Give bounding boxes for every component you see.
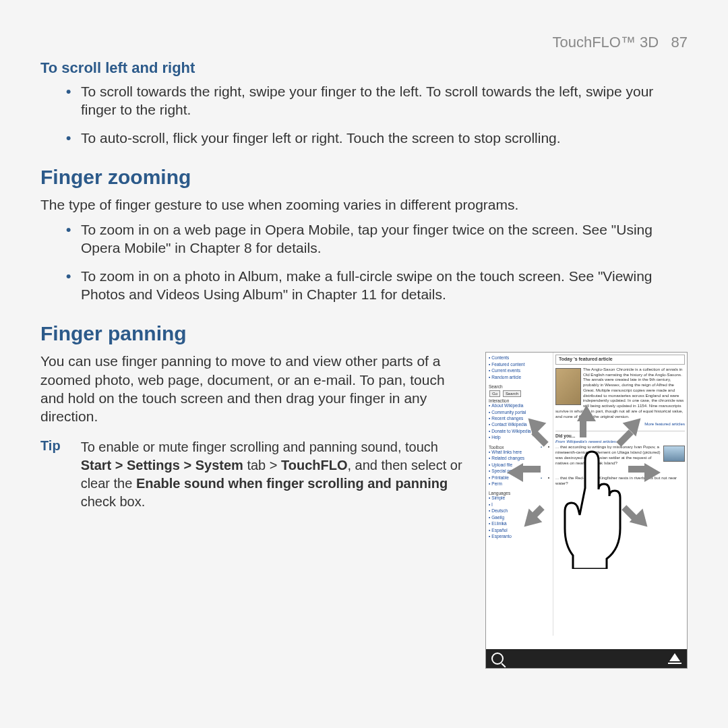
tip-checkbox-label: Enable sound when finger scrolling and p… — [136, 476, 448, 491]
languages-label: Languages — [489, 491, 550, 495]
nav-item: Gaeilg — [489, 515, 550, 520]
nav-item: What links here — [489, 450, 550, 455]
dyk-label: Did you... — [555, 433, 575, 438]
tip-post: check box. — [81, 494, 146, 509]
nav-item: Perm — [489, 481, 550, 487]
newest-item: ... that the Red-backed Kingfisher nests… — [555, 475, 685, 486]
nav-item: Featured content — [489, 362, 550, 367]
tip-label: Tip — [40, 438, 61, 511]
wiki-sidebar: Contents Featured content Current events… — [486, 353, 553, 636]
wiki-content: Today 's featured article The Anglo-Saxo… — [553, 353, 687, 636]
nav-item: Help — [489, 435, 550, 440]
nav-item: Related changes — [489, 456, 550, 461]
tip-mid: tab > — [243, 458, 281, 473]
nav-item: Simple — [489, 495, 550, 501]
nav-item: Esperanto — [489, 534, 550, 539]
tip-block: Tip To enable or mute finger scrolling a… — [40, 438, 469, 511]
nav-item: Upload file — [489, 462, 550, 468]
nav-item: Contents — [489, 355, 550, 361]
nav-item: Donate to Wikipedia — [489, 429, 550, 434]
scroll-bullets: To scroll towards the right, swipe your … — [40, 82, 688, 147]
tip-path: Start > Settings > System — [81, 458, 243, 473]
tip-text: To enable or mute finger scrolling and p… — [81, 438, 469, 511]
tip-touchflo: TouchFLO — [281, 458, 348, 473]
browser-toolbar — [486, 649, 687, 668]
zoom-heading: Finger zooming — [40, 166, 688, 189]
page-number: 87 — [671, 34, 688, 51]
nav-item: Recent changes — [489, 416, 550, 421]
panning-heading: Finger panning — [40, 322, 688, 345]
scroll-heading: To scroll left and right — [40, 59, 688, 77]
nav-item: Español — [489, 528, 550, 533]
scroll-bullet: To scroll towards the right, swipe your … — [81, 82, 688, 119]
nav-item: Current events — [489, 368, 550, 373]
nav-item: Deutsch — [489, 508, 550, 514]
panning-illustration: Contents Featured content Current events… — [485, 352, 688, 669]
magnifier-icon — [491, 653, 504, 665]
nav-item: El.liniká — [489, 521, 550, 526]
nav-item: About Wikipedia — [489, 403, 550, 408]
zoom-bullets: To zoom in on a web page in Opera Mobile… — [40, 220, 688, 303]
nav-item: Community portal — [489, 410, 550, 415]
nav-item: ا — [489, 502, 550, 508]
zoom-bullet: To zoom in on a photo in Album, make a f… — [81, 267, 688, 304]
more-featured-link: More featured articles — [644, 421, 685, 426]
newest-label: From Wikipedia's newest articles: — [555, 439, 617, 444]
nav-item: Special pages — [489, 468, 550, 474]
nav-item: Random article — [489, 375, 550, 380]
tip-pre: To enable or mute finger scrolling and p… — [81, 439, 438, 454]
go-button: Go — [489, 390, 500, 397]
featured-title: Today 's featured article — [555, 355, 685, 364]
nav-item: Contact Wikipedia — [489, 422, 550, 427]
search-label: Search — [489, 384, 550, 389]
zoom-bullet: To zoom in on a web page in Opera Mobile… — [81, 220, 688, 257]
scroll-bullet: To auto-scroll, flick your finger left o… — [81, 129, 688, 147]
search-button: Search — [503, 390, 521, 397]
product-name: TouchFLO™ 3D — [552, 34, 659, 51]
zoom-intro: The type of finger gesture to use when z… — [40, 195, 688, 214]
interaction-label: Interaction — [489, 398, 550, 403]
page-header: TouchFLO™ 3D 87 — [40, 34, 688, 51]
manuscript-image — [555, 368, 581, 405]
newest-item: ... that according to writings by missio… — [555, 444, 685, 466]
up-icon — [668, 653, 681, 664]
panning-intro: You can use finger panning to move to an… — [40, 352, 469, 425]
